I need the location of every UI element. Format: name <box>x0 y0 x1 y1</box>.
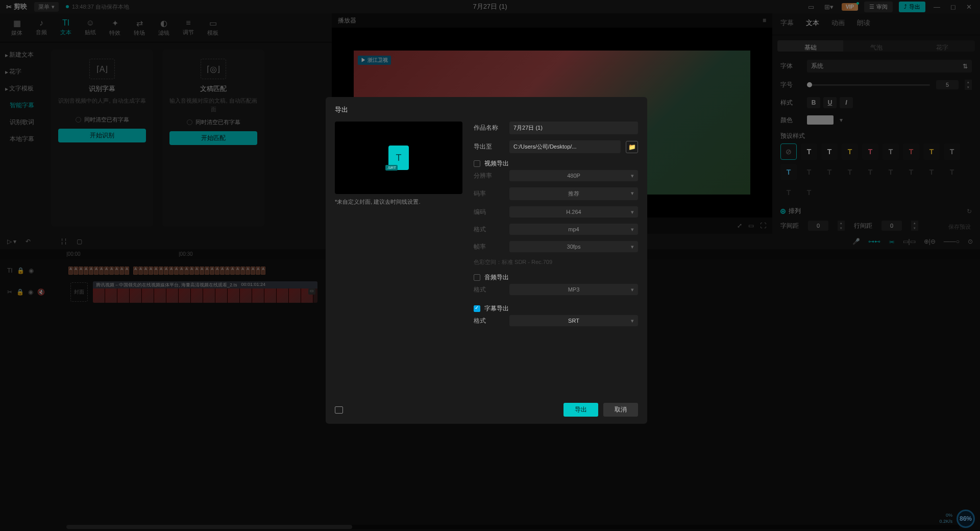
vformat-label: 格式 <box>474 225 504 234</box>
subtitle-export-checkbox[interactable] <box>474 305 480 312</box>
aformat-label: 格式 <box>474 285 504 294</box>
audio-section-label: 音频导出 <box>484 273 509 282</box>
export-confirm-button[interactable]: 导出 <box>564 403 598 417</box>
video-section-label: 视频导出 <box>484 159 509 168</box>
path-label: 导出至 <box>474 142 504 151</box>
sformat-select[interactable]: SRT <box>509 315 638 326</box>
srt-badge-icon: T.SRT <box>388 146 409 170</box>
video-export-checkbox[interactable] <box>474 160 480 167</box>
bitrate-label: 码率 <box>474 189 504 198</box>
fps-label: 帧率 <box>474 243 504 251</box>
name-label: 作品名称 <box>474 124 504 132</box>
codec-label: 编码 <box>474 208 504 216</box>
folder-button[interactable]: 📁 <box>626 141 638 153</box>
colorspace-text: 色彩空间：标准 SDR - Rec.709 <box>474 258 638 266</box>
subtitle-section-label: 字幕导出 <box>484 304 509 313</box>
path-input[interactable]: C:/Users/公司/Desktop/... <box>509 140 621 153</box>
cover-hint: *未自定义封面, 建议去时间线设置. <box>335 198 462 206</box>
res-select[interactable]: 480P <box>509 170 638 181</box>
name-input[interactable]: 7月27日 (1) <box>509 122 638 134</box>
cancel-button[interactable]: 取消 <box>603 403 638 417</box>
res-label: 分辨率 <box>474 172 504 180</box>
fps-select[interactable]: 30fps <box>509 241 638 252</box>
disk-icon <box>335 406 343 414</box>
export-dialog: 导出 T.SRT *未自定义封面, 建议去时间线设置. 作品名称7月27日 (1… <box>326 97 647 424</box>
aformat-select[interactable]: MP3 <box>509 284 638 295</box>
bitrate-select[interactable]: 推荐 <box>509 187 638 200</box>
audio-export-checkbox[interactable] <box>474 274 480 281</box>
sformat-label: 格式 <box>474 317 504 325</box>
dialog-title: 导出 <box>335 105 638 114</box>
codec-select[interactable]: H.264 <box>509 206 638 218</box>
vformat-select[interactable]: mp4 <box>509 224 638 235</box>
export-preview: T.SRT <box>335 122 462 194</box>
